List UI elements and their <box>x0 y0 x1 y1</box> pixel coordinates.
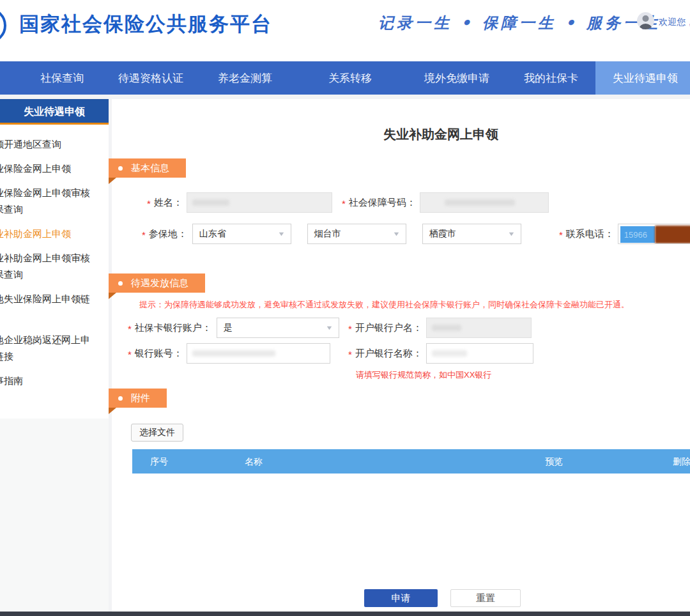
nav-tab-jingwai-mianjiao[interactable]: 境外免缴申请 <box>407 61 507 95</box>
section-attachment-label: 附件 <box>131 392 150 404</box>
sidebar-item-wengang-fanhuan-lianjie[interactable]: 各地企业稳岗返还网上申领链接 <box>0 332 105 365</box>
nav-tab-guanxi-zhuanyi[interactable]: 关系转移 <box>311 61 389 95</box>
attachment-table-header: 序号 名称 预览 删除 <box>132 449 690 474</box>
nav-tab-wode-shebaoka[interactable]: 我的社保卡 <box>507 61 595 95</box>
holder-label: 开户银行户名： <box>355 322 422 334</box>
phone-input[interactable]: 15966 <box>618 224 690 244</box>
ribbon-fold <box>109 178 116 184</box>
required-mark: * <box>128 323 132 334</box>
ssn-label: 社会保障号码： <box>349 197 416 209</box>
chevron-down-icon: ▼ <box>325 325 333 331</box>
section-attachment-ribbon: 附件 <box>109 389 167 408</box>
city-select[interactable]: 烟台市 ▼ <box>307 224 406 244</box>
section-benefit-ribbon: 待遇发放信息 <box>109 273 205 293</box>
main-nav: 社保查询 待遇资格认证 养老金测算 关系转移 境外免缴申请 我的社保卡 失业待遇… <box>0 61 690 95</box>
chevron-down-icon: ▼ <box>277 231 285 237</box>
nav-tab-shebao-chaxun[interactable]: 社保查询 <box>23 61 101 95</box>
district-select[interactable]: 栖霞市 ▼ <box>422 224 521 244</box>
section-basic-label: 基本信息 <box>131 162 169 174</box>
col-preview: 预览 <box>535 449 573 474</box>
bullet-icon <box>118 396 123 401</box>
account-field-group: * 银行账号： <box>128 343 330 364</box>
required-mark: * <box>128 349 132 360</box>
phone-value: 15966 <box>624 230 647 240</box>
sidebar-item-kaitong-diqu-chaxun[interactable]: 申领开通地区查询 <box>0 136 105 153</box>
redacted-value <box>432 350 467 357</box>
platform-logo-icon <box>0 8 6 43</box>
bullet-icon <box>118 166 123 171</box>
name-field-group: * 姓名： <box>147 192 332 213</box>
ribbon-fold <box>109 408 116 414</box>
required-mark: * <box>348 349 352 360</box>
chevron-down-icon: ▼ <box>507 231 515 237</box>
sscard-select[interactable]: 是 ▼ <box>217 318 339 338</box>
holder-input[interactable] <box>426 318 532 338</box>
redacted-value <box>192 199 229 206</box>
province-value: 山东省 <box>199 228 226 240</box>
sidebar-title: 失业待遇申领 <box>0 99 109 125</box>
province-select[interactable]: 山东省 ▼ <box>192 224 291 244</box>
bullet-icon <box>118 281 123 286</box>
main-content: 失业补助金网上申领 基本信息 * 姓名： * 社会保障号码： * 参保地： 山东… <box>112 99 690 612</box>
sscard-label: 社保卡银行账户： <box>135 322 211 334</box>
section-benefit-label: 待遇发放信息 <box>131 277 188 289</box>
bankname-input[interactable] <box>426 343 533 364</box>
page: 国家社会保险公共服务平台 记录一生 • 保障一生 • 服务一生 欢迎您， 社保查… <box>0 0 690 616</box>
brand-title: 国家社会保险公共服务平台 <box>19 11 272 38</box>
sidebar-item-baoxianjin-shenhe-chaxun[interactable]: 失业保险金网上申领审核结果查询 <box>0 185 105 218</box>
ssn-input[interactable] <box>420 192 549 213</box>
account-input[interactable] <box>187 343 330 364</box>
ssn-field-group: * 社会保障号码： <box>342 192 549 213</box>
sscard-value: 是 <box>224 322 233 334</box>
ribbon-fold <box>109 293 116 299</box>
city-value: 烟台市 <box>314 228 341 240</box>
footer-bar <box>0 612 690 616</box>
welcome-text: 欢迎您， <box>659 17 690 28</box>
user-avatar-icon <box>637 12 654 29</box>
required-mark: * <box>142 229 146 240</box>
nav-tab-shiye-daiyu-shenling[interactable]: 失业待遇申领 <box>595 61 690 95</box>
required-mark: * <box>342 198 346 209</box>
selected-text-highlight: 15966 <box>620 226 655 243</box>
col-delete: 删除 <box>663 449 690 474</box>
nav-tab-daiyu-renzheng[interactable]: 待遇资格认证 <box>101 61 201 95</box>
account-label: 银行账号： <box>135 348 183 360</box>
phone-field-group: * 联系电话： 15966 <box>559 224 690 244</box>
phone-label: 联系电话： <box>566 228 614 240</box>
sidebar-item-buzhujin-shenhe-chaxun[interactable]: 失业补助金网上申领审核结果查询 <box>0 250 105 283</box>
col-name: 名称 <box>228 449 279 474</box>
holder-field-group: * 开户银行户名： <box>348 318 532 338</box>
required-mark: * <box>348 323 352 334</box>
name-label: 姓名： <box>154 197 183 209</box>
chevron-down-icon: ▼ <box>392 231 400 237</box>
slogan-text: 记录一生 • 保障一生 • 服务一生 <box>378 13 661 33</box>
page-title: 失业补助金网上申领 <box>112 126 690 143</box>
area-field-group: * 参保地： 山东省 ▼ 烟台市 ▼ 栖霞市 ▼ <box>142 224 521 244</box>
redacted-value <box>192 350 275 357</box>
required-mark: * <box>559 229 563 240</box>
sidebar-item-banshi-zhinan[interactable]: 办事指南 <box>0 373 105 389</box>
reset-button[interactable]: 重置 <box>450 589 521 607</box>
redacted-value <box>432 325 461 331</box>
sidebar-item-buzhujin-shenling[interactable]: 失业补助金网上申领 <box>0 226 105 242</box>
sidebar-item-baoxianjin-shenling[interactable]: 失业保险金网上申领 <box>0 160 105 177</box>
bankname-label: 开户银行名称： <box>355 348 422 360</box>
bankname-hint: 请填写银行规范简称，如中国XX银行 <box>356 369 491 381</box>
area-label: 参保地： <box>149 228 187 240</box>
sidebar-item-shiye-baoxian-lianjie[interactable]: 各地失业保险网上申领链接 <box>0 291 105 324</box>
name-input[interactable] <box>187 192 332 213</box>
sscard-field-group: * 社保卡银行账户： 是 ▼ <box>128 318 339 338</box>
redacted-value <box>445 199 515 206</box>
sidebar: 失业待遇申领 申领开通地区查询 失业保险金网上申领 失业保险金网上申领审核结果查… <box>0 99 109 419</box>
district-value: 栖霞市 <box>429 228 456 240</box>
apply-button[interactable]: 申请 <box>364 589 438 607</box>
col-index: 序号 <box>150 449 168 474</box>
nav-tab-yanglaojin-cesuan[interactable]: 养老金测算 <box>201 61 289 95</box>
benefit-tip-text: 提示：为保障待遇能够成功发放，避免审核不通过或发放失败，建议使用社会保障卡银行账… <box>139 299 629 311</box>
top-header: 国家社会保险公共服务平台 记录一生 • 保障一生 • 服务一生 欢迎您， <box>0 0 690 61</box>
required-mark: * <box>147 198 151 209</box>
section-basic-ribbon: 基本信息 <box>109 158 186 178</box>
redacted-value <box>655 226 690 243</box>
sidebar-under-space <box>0 419 109 612</box>
choose-file-button[interactable]: 选择文件 <box>131 424 183 442</box>
